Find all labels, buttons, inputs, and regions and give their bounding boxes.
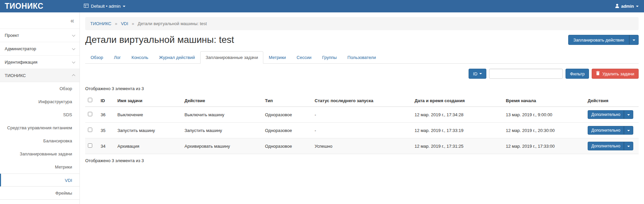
- row-more-caret-button[interactable]: [624, 142, 633, 150]
- filter-input[interactable]: [489, 69, 563, 79]
- row-checkbox[interactable]: [88, 128, 92, 132]
- schedule-action-button[interactable]: Запланировать действие: [568, 35, 629, 45]
- cell-id: 36: [98, 107, 115, 123]
- cell-id: 34: [98, 138, 115, 154]
- breadcrumb: ТИОНИКС » VDI » Детали виртуальной машин…: [85, 17, 639, 30]
- cell-type: Одноразовое: [262, 107, 312, 123]
- caret-down-icon: [633, 40, 635, 41]
- sidebar-item-metrics[interactable]: Метрики: [0, 160, 79, 174]
- cell-created: 12 мар. 2019 г., 17:31:25: [412, 138, 503, 154]
- sidebar-item-tionix[interactable]: ТИОНИКС: [0, 69, 79, 82]
- cell-start-time: 12 мар. 2019 г., 20:30:00: [503, 123, 585, 138]
- cell-type: Одноразовое: [262, 123, 312, 138]
- header-select-all: [85, 94, 98, 107]
- sidebar-item-sds[interactable]: SDS: [0, 108, 79, 121]
- scheduled-tasks-table: ID Имя задачи Действие Тип Статус послед…: [85, 94, 639, 154]
- tabs: Обзор Лог Консоль Журнал действий Заплан…: [85, 51, 639, 64]
- cell-task-name: Запустить машину: [115, 123, 182, 138]
- schedule-action-group: Запланировать действие: [568, 35, 639, 45]
- sidebar-item-identity[interactable]: Идентификация: [0, 55, 79, 69]
- cell-select: [85, 107, 98, 123]
- sidebar-item-scheduled-tasks[interactable]: Запланированные задачи: [0, 147, 79, 160]
- sidebar-item-frames[interactable]: Фреймы: [0, 187, 79, 200]
- brand-logo[interactable]: ТИОНИКС: [0, 0, 80, 12]
- table-summary-top: Отображено 3 элемента из 3: [85, 86, 639, 91]
- chevron-down-icon: [72, 60, 75, 63]
- sidebar-item-label: Идентификация: [5, 56, 37, 69]
- select-all-checkbox[interactable]: [88, 98, 92, 102]
- schedule-action-caret-button[interactable]: [629, 35, 639, 45]
- delete-tasks-label: Удалить задачи: [602, 71, 634, 76]
- cell-action: Запустить машину: [182, 123, 262, 138]
- row-more-button[interactable]: Дополнительно: [588, 142, 624, 150]
- row-more-caret-button[interactable]: [624, 126, 633, 135]
- tab-scheduled-tasks[interactable]: Запланированные задачи: [200, 51, 263, 64]
- main-content: ТИОНИКС » VDI » Детали виртуальной машин…: [80, 12, 644, 204]
- task-table-body: 36 Выключение Выключить машину Одноразов…: [85, 107, 639, 154]
- cell-created: 12 мар. 2019 г., 17:34:28: [412, 107, 503, 123]
- column-header-task-name: Имя задачи: [115, 94, 182, 107]
- tab-overview[interactable]: Обзор: [85, 51, 109, 64]
- tab-log[interactable]: Лог: [109, 51, 126, 64]
- page-title: Детали виртуальной машины: test: [85, 35, 234, 45]
- row-checkbox[interactable]: [88, 112, 92, 116]
- column-header-last-run-status: Статус последнего запуска: [312, 94, 412, 107]
- sidebar-item-infrastructure[interactable]: Инфраструктура: [0, 95, 79, 108]
- table-row: 34 Архивация Архивировать машину Однораз…: [85, 138, 639, 154]
- cell-start-time: 12 мар. 2019 г., 17:33:00: [503, 138, 585, 154]
- sidebar-item-admin[interactable]: Администратор: [0, 42, 79, 55]
- table-summary-bottom: Отображено 3 элемента из 3: [85, 154, 639, 163]
- tab-action-log[interactable]: Журнал действий: [154, 51, 200, 64]
- caret-down-icon: [636, 6, 639, 7]
- tab-console[interactable]: Консоль: [126, 51, 154, 64]
- caret-down-icon: [123, 6, 125, 7]
- cell-id: 35: [98, 123, 115, 138]
- tab-users[interactable]: Пользователи: [342, 51, 381, 64]
- caret-down-icon: [479, 73, 482, 74]
- context-label: Default • admin: [91, 4, 120, 9]
- context-switcher[interactable]: Default • admin: [80, 0, 129, 12]
- cell-select: [85, 138, 98, 154]
- table-row: 35 Запустить машину Запустить машину Одн…: [85, 123, 639, 138]
- chevron-down-icon: [72, 33, 75, 37]
- topbar: ТИОНИКС Default • admin admin: [0, 0, 644, 12]
- breadcrumb-link-vdi[interactable]: VDI: [121, 21, 128, 26]
- sidebar-item-project[interactable]: Проект: [0, 28, 79, 42]
- delete-tasks-button[interactable]: Удалить задачи: [592, 69, 639, 79]
- column-header-action: Действие: [182, 94, 262, 107]
- row-more-button[interactable]: Дополнительно: [588, 126, 624, 135]
- user-icon: [615, 4, 619, 9]
- sidebar-item-balancing[interactable]: Балансировка: [0, 134, 79, 147]
- cell-start-time: 13 мар. 2019 г., 9:00:00: [503, 107, 585, 123]
- sidebar-collapse-button[interactable]: «: [70, 17, 74, 24]
- grid-icon: [84, 4, 89, 9]
- sidebar-item-power-management[interactable]: Средства управления питанием: [0, 121, 79, 134]
- filter-button[interactable]: Фильтр: [566, 69, 589, 79]
- column-header-actions: Действия: [585, 94, 639, 107]
- row-more-button[interactable]: Дополнительно: [588, 110, 624, 119]
- column-header-type: Тип: [262, 94, 312, 107]
- filter-field-dropdown[interactable]: ID: [469, 69, 486, 79]
- sidebar-tionix-submenu: Обзор Инфраструктура SDS Средства управл…: [0, 82, 79, 200]
- sidebar-collapse-row: «: [0, 12, 79, 28]
- breadcrumb-current: Детали виртуальной машины: test: [138, 21, 207, 26]
- tab-groups[interactable]: Группы: [317, 51, 342, 64]
- sidebar-item-overview[interactable]: Обзор: [0, 82, 79, 95]
- filter-row: ID Фильтр Удалить задачи: [85, 69, 639, 79]
- cell-action: Выключить машину: [182, 107, 262, 123]
- tab-sessions[interactable]: Сессии: [291, 51, 317, 64]
- breadcrumb-separator: »: [115, 21, 117, 26]
- caret-down-icon: [627, 114, 630, 116]
- cell-created: 12 мар. 2019 г., 17:33:19: [412, 123, 503, 138]
- tab-metrics[interactable]: Метрики: [263, 51, 291, 64]
- row-checkbox[interactable]: [88, 143, 92, 148]
- column-header-created: Дата и время создания: [412, 94, 503, 107]
- user-menu[interactable]: admin: [610, 0, 644, 12]
- column-header-id: ID: [98, 94, 115, 107]
- filter-field-label: ID: [473, 71, 477, 76]
- column-header-start-time: Время начала: [503, 94, 585, 107]
- breadcrumb-link-tionix[interactable]: ТИОНИКС: [90, 21, 111, 26]
- sidebar-item-vdi[interactable]: VDI: [0, 174, 79, 187]
- row-more-caret-button[interactable]: [624, 110, 633, 119]
- cell-type: Одноразовое: [262, 138, 312, 154]
